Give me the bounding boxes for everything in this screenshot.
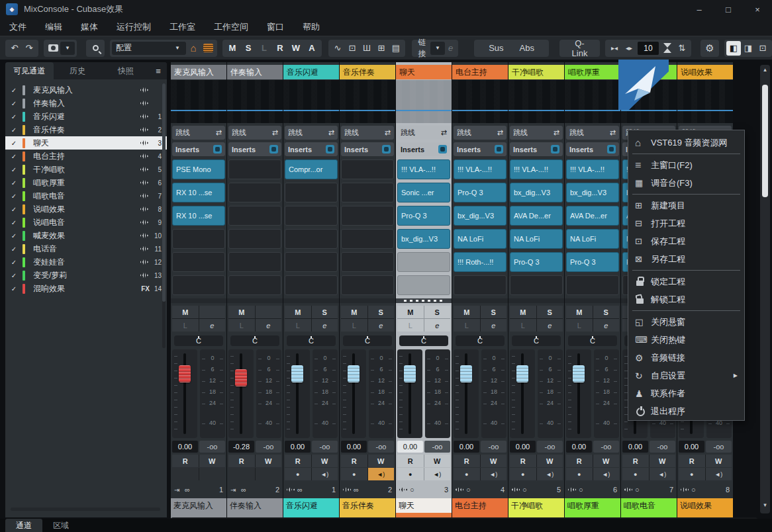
- scroll-up-icon[interactable]: ▴: [760, 66, 770, 73]
- channel-state-button[interactable]: W: [288, 41, 304, 56]
- monitor-button[interactable]: ◄): [537, 468, 563, 480]
- channel-state-button[interactable]: A: [304, 41, 320, 56]
- insert-slot[interactable]: AVA De...er: [510, 206, 563, 226]
- bottom-tab[interactable]: 区域: [42, 519, 79, 532]
- channel-strip[interactable]: 伴奏输入 跳线 ⇄ Inserts: [227, 62, 283, 518]
- peak-value[interactable]: -oo: [481, 441, 507, 453]
- rack-splitter[interactable]: [227, 298, 283, 303]
- channel-header[interactable]: 麦克风输入: [171, 65, 226, 79]
- mute-button[interactable]: M: [228, 306, 255, 318]
- pan-control[interactable]: C: [343, 335, 392, 346]
- record-enable-button[interactable]: ●: [679, 468, 705, 480]
- insert-slot[interactable]: [285, 229, 338, 249]
- menubar-item[interactable]: 文件: [0, 19, 36, 36]
- inserts-rack[interactable]: Inserts: [341, 142, 394, 156]
- fader-value[interactable]: 0.00: [285, 441, 311, 453]
- record-enable-button[interactable]: ●: [510, 468, 536, 480]
- insert-slot[interactable]: [285, 252, 338, 272]
- peak-value[interactable]: -oo: [593, 441, 619, 453]
- channel-name-bar[interactable]: 聊天: [396, 498, 452, 518]
- insert-slot[interactable]: bx_dig...V3: [510, 183, 563, 202]
- record-enable-button[interactable]: ●: [341, 468, 367, 480]
- visibility-checkmark[interactable]: ✓: [5, 193, 23, 200]
- view-option-icon[interactable]: ⊞: [374, 41, 389, 56]
- channel-name-bar[interactable]: 音乐伴奏: [340, 498, 395, 518]
- insert-slot[interactable]: AVA De...er: [566, 206, 619, 226]
- insert-slot[interactable]: [228, 229, 281, 249]
- pan-control[interactable]: C: [287, 335, 336, 346]
- record-enable-button[interactable]: ●: [228, 468, 255, 480]
- read-automation-button[interactable]: R: [285, 455, 311, 467]
- inserts-rack[interactable]: Inserts: [228, 142, 281, 156]
- undo-button[interactable]: ↶: [7, 41, 22, 56]
- view-option-icon[interactable]: ∿: [330, 41, 345, 56]
- menubar-item[interactable]: 编辑: [36, 19, 72, 36]
- solo-button[interactable]: S: [593, 306, 620, 318]
- read-automation-button[interactable]: R: [397, 455, 424, 467]
- menubar-item[interactable]: 工作室: [160, 19, 205, 36]
- pan-control[interactable]: C: [512, 335, 561, 346]
- listen-button[interactable]: L: [454, 319, 480, 332]
- monitor-button[interactable]: ◄): [424, 468, 451, 480]
- link-button[interactable]: 链接: [414, 41, 430, 56]
- scroll-down-icon[interactable]: ▾: [760, 502, 770, 508]
- channel-list-item[interactable]: ✓ 聊天 3: [5, 136, 167, 150]
- inserts-rack[interactable]: Inserts: [510, 142, 563, 156]
- mute-button[interactable]: M: [172, 306, 199, 318]
- sidebar-tab[interactable]: 历史: [54, 62, 102, 79]
- snapshot-camera-button[interactable]: [46, 41, 60, 56]
- sidebar-scrollbar-thumb[interactable]: [162, 83, 166, 302]
- visibility-checkmark[interactable]: ✓: [5, 219, 23, 226]
- edit-channel-button[interactable]: e: [481, 319, 507, 332]
- edit-channel-button[interactable]: e: [312, 319, 338, 332]
- insert-slot[interactable]: [510, 275, 563, 295]
- insert-slot[interactable]: [566, 275, 619, 295]
- listen-button[interactable]: L: [566, 319, 593, 332]
- channel-name-bar[interactable]: 唱歌电音: [621, 498, 677, 518]
- read-automation-button[interactable]: R: [510, 455, 536, 467]
- channel-header[interactable]: 说唱效果: [677, 65, 733, 79]
- record-enable-button[interactable]: ●: [172, 468, 199, 480]
- mixer-vertical-scrollbar[interactable]: ▴ ▾: [760, 65, 770, 513]
- insert-slot[interactable]: bx_dig...V3: [566, 183, 619, 202]
- visibility-checkmark[interactable]: ✓: [5, 285, 23, 292]
- context-menu-item[interactable]: 音频链接 ▶: [628, 349, 744, 367]
- bottom-tab[interactable]: 通道: [5, 519, 42, 532]
- eq-curve-display[interactable]: [677, 80, 733, 123]
- channel-strip[interactable]: 电台主持 跳线 ⇄ Inserts !!! VLA-...!! Pro-Q 3 …: [452, 62, 508, 518]
- channel-header[interactable]: 唱歌厚重: [565, 65, 620, 79]
- read-automation-button[interactable]: R: [566, 455, 593, 467]
- insert-slot[interactable]: Sonic ...er: [397, 183, 450, 202]
- read-automation-button[interactable]: R: [172, 455, 199, 467]
- write-automation-button[interactable]: W: [312, 455, 338, 467]
- channel-header[interactable]: 音乐闪避: [283, 65, 339, 79]
- write-automation-button[interactable]: W: [593, 455, 620, 467]
- pan-control[interactable]: C: [230, 335, 279, 346]
- sidebar-tab[interactable]: 快照: [101, 62, 150, 79]
- visibility-checkmark[interactable]: ✓: [5, 245, 23, 253]
- visibility-checkmark[interactable]: ✓: [5, 259, 23, 266]
- listen-button[interactable]: L: [341, 319, 367, 332]
- menubar-item[interactable]: 媒体: [72, 19, 107, 36]
- context-menu-item[interactable]: 解锁工程 ▶: [628, 290, 744, 308]
- home-view-button[interactable]: ⌂: [186, 41, 201, 56]
- monitor-button[interactable]: ◄): [256, 468, 282, 480]
- read-automation-button[interactable]: R: [228, 455, 255, 467]
- bank-spinner[interactable]: ⇅: [675, 41, 689, 56]
- channel-list-item[interactable]: ✓ 音乐闪避 1: [5, 110, 167, 123]
- fader-handle[interactable]: [235, 369, 247, 386]
- peak-value[interactable]: -oo: [312, 441, 338, 453]
- redo-button[interactable]: ↷: [22, 41, 36, 56]
- peak-value[interactable]: -oo: [256, 441, 281, 453]
- sus-button[interactable]: Sus: [481, 41, 511, 56]
- edit-channel-button[interactable]: e: [537, 319, 563, 332]
- insert-slot[interactable]: [285, 183, 338, 202]
- channel-header[interactable]: 聊天: [396, 65, 452, 79]
- record-enable-button[interactable]: ●: [454, 468, 480, 480]
- channel-state-button[interactable]: L: [256, 41, 272, 56]
- channel-list-item[interactable]: ✓ 说唱效果 8: [5, 202, 167, 216]
- rack-splitter[interactable]: [452, 298, 508, 303]
- fader-handle[interactable]: [291, 365, 303, 382]
- channel-strip[interactable]: 聊天 跳线 ⇄ Inserts !!! VLA-...!! Sonic ...e…: [396, 62, 452, 518]
- solo-button[interactable]: S: [537, 306, 563, 318]
